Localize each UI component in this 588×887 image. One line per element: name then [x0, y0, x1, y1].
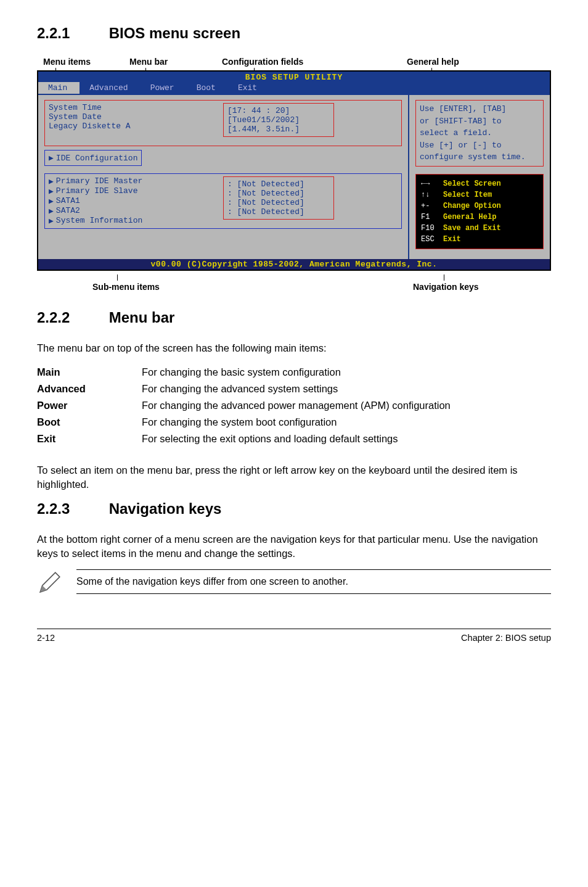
triangle-icon: ▶	[49, 196, 54, 206]
section-heading-bios-menu-screen: 2.2.1 BIOS menu screen	[37, 25, 551, 42]
bios-tab-advanced[interactable]: Advanced	[80, 82, 140, 94]
navkey-key: ←→	[421, 178, 443, 189]
navkey-row: ↑↓Select Item	[421, 189, 538, 200]
bottom-labels-row: Sub-menu items Navigation keys	[37, 274, 551, 288]
label-sub-menu-items: Sub-menu items	[92, 274, 160, 292]
bios-footer: v00.00 (C)Copyright 1985-2002, American …	[38, 259, 550, 270]
section-number: 2.2.2	[37, 309, 105, 326]
menubar-intro: The menu bar on top of the screen has th…	[37, 341, 551, 355]
section-title: Navigation keys	[109, 500, 222, 517]
navkey-key: F10	[421, 223, 443, 234]
triangle-icon: ▶	[49, 206, 54, 216]
section-title: Menu bar	[109, 309, 175, 326]
navkey-row: F1General Help	[421, 212, 538, 223]
page-number: 2-12	[37, 633, 55, 643]
value-sata1: : [Not Detected]	[227, 198, 330, 207]
note-row: Some of the navigation keys differ from …	[37, 569, 551, 598]
menubar-definitions-table: MainFor changing the basic system config…	[37, 364, 551, 447]
section-heading-menu-bar: 2.2.2 Menu bar	[37, 309, 551, 326]
pencil-icon	[37, 569, 63, 598]
menubar-tail: To select an item on the menu bar, press…	[37, 463, 551, 492]
navkey-key: ↑↓	[421, 189, 443, 200]
submenu-sata2[interactable]: SATA2	[56, 206, 179, 216]
navkey-row: ESCExit	[421, 234, 538, 245]
navkey-desc: Select Screen	[443, 179, 501, 188]
table-row: MainFor changing the basic system config…	[37, 364, 551, 381]
def-desc: For changing the system boot configurati…	[142, 414, 551, 431]
section-number: 2.2.3	[37, 500, 105, 518]
def-term: Exit	[37, 431, 142, 447]
note-text: Some of the navigation keys differ from …	[76, 569, 551, 594]
field-system-time-value[interactable]: [17: 44 : 20]	[227, 106, 330, 115]
navkey-row: F10Save and Exit	[421, 223, 538, 234]
config-fields-group: [17: 44 : 20] [Tue01/15/2002] [1.44M, 3.…	[223, 103, 334, 137]
def-desc: For changing the advanced power manageme…	[142, 397, 551, 414]
def-term: Main	[37, 364, 142, 381]
def-term: Power	[37, 397, 142, 414]
page-footer: 2-12 Chapter 2: BIOS setup	[37, 629, 551, 643]
bios-right-pane: Use [ENTER], [TAB] or [SHIFT-TAB] to sel…	[408, 95, 550, 259]
submenu-primary-ide-master[interactable]: Primary IDE Master	[56, 176, 179, 186]
navkey-key: ESC	[421, 234, 443, 245]
triangle-icon: ▶	[49, 154, 54, 163]
submenu-system-information[interactable]: System Information	[56, 216, 179, 226]
submenu-ide-configuration[interactable]: IDE Configuration	[56, 154, 138, 163]
navkey-desc: Save and Exit	[443, 224, 501, 233]
top-labels-row: Menu items Menu bar Configuration fields…	[37, 57, 551, 70]
bios-panel: BIOS SETUP UTILITY Main Advanced Power B…	[37, 70, 551, 271]
bios-tab-boot[interactable]: Boot	[187, 82, 228, 94]
section-title: BIOS menu screen	[109, 25, 240, 41]
navkeys-paragraph: At the bottom right corner of a menu scr…	[37, 532, 551, 561]
submenu-group-2: ▶Primary IDE Master : [Not Detected] : […	[44, 173, 402, 229]
navkey-key: +-	[421, 200, 443, 212]
value-pri-slave: : [Not Detected]	[227, 189, 330, 198]
navkey-desc: Exit	[443, 235, 461, 244]
submenu-sata1[interactable]: SATA1	[56, 196, 179, 206]
def-term: Boot	[37, 414, 142, 431]
submenu-primary-ide-slave[interactable]: Primary IDE Slave	[56, 186, 179, 196]
value-pri-master: : [Not Detected]	[227, 179, 330, 189]
label-navigation-keys: Navigation keys	[413, 274, 479, 292]
field-system-date-value[interactable]: [Tue01/15/2002]	[227, 115, 330, 125]
menu-items-group: System Time [17: 44 : 20] [Tue01/15/2002…	[44, 100, 402, 146]
triangle-icon: ▶	[49, 216, 54, 226]
bios-tab-main[interactable]: Main	[38, 82, 80, 94]
field-legacy-diskette-value[interactable]: [1.44M, 3.5in.]	[227, 125, 330, 134]
navkey-desc: Select Item	[443, 191, 492, 199]
navkey-desc: Change Option	[443, 202, 501, 210]
def-term: Advanced	[37, 381, 142, 397]
bios-menubar: Main Advanced Power Boot Exit	[38, 82, 550, 95]
navkey-desc: General Help	[443, 213, 496, 221]
navkey-row: ←→Select Screen	[421, 178, 538, 189]
navkey-row: +-Change Option	[421, 200, 538, 212]
field-system-date-label[interactable]: System Date	[49, 112, 172, 122]
bios-tab-power[interactable]: Power	[141, 82, 187, 94]
section-number: 2.2.1	[37, 25, 105, 42]
bios-tab-exit[interactable]: Exit	[228, 82, 269, 94]
general-help-text: Use [ENTER], [TAB] or [SHIFT-TAB] to sel…	[415, 100, 544, 167]
bios-title: BIOS SETUP UTILITY	[38, 72, 550, 82]
table-row: BootFor changing the system boot configu…	[37, 414, 551, 431]
chapter-label: Chapter 2: BIOS setup	[461, 633, 551, 643]
config-fields-group-2: : [Not Detected] : [Not Detected] : [Not…	[223, 176, 334, 220]
navkey-key: F1	[421, 212, 443, 223]
triangle-icon: ▶	[49, 176, 54, 186]
submenu-group-1: ▶IDE Configuration	[44, 150, 142, 166]
field-system-time-label[interactable]: System Time	[49, 103, 172, 112]
triangle-icon: ▶	[49, 186, 54, 196]
table-row: AdvancedFor changing the advanced system…	[37, 381, 551, 397]
table-row: ExitFor selecting the exit options and l…	[37, 431, 551, 447]
def-desc: For changing the advanced system setting…	[142, 381, 551, 397]
field-legacy-diskette-label[interactable]: Legacy Diskette A	[49, 122, 172, 131]
section-heading-navigation-keys: 2.2.3 Navigation keys	[37, 500, 551, 518]
navigation-keys-box: ←→Select Screen↑↓Select Item+-Change Opt…	[415, 174, 544, 249]
table-row: PowerFor changing the advanced power man…	[37, 397, 551, 414]
value-sata2: : [Not Detected]	[227, 207, 330, 217]
bios-left-pane: System Time [17: 44 : 20] [Tue01/15/2002…	[38, 95, 408, 259]
def-desc: For selecting the exit options and loadi…	[142, 431, 551, 447]
def-desc: For changing the basic system configurat…	[142, 364, 551, 381]
